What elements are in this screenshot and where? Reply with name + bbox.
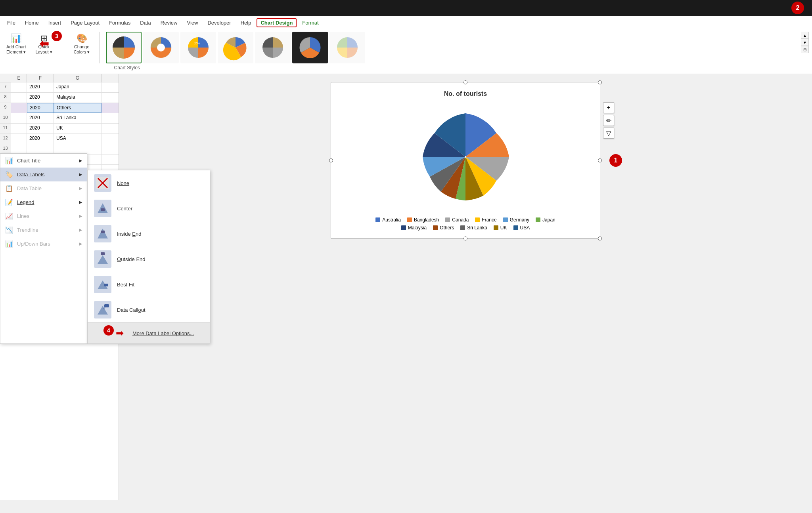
chart-element-icon: 📊 [11, 33, 21, 44]
row-num-header [0, 74, 11, 82]
menu-help[interactable]: Help [237, 18, 255, 27]
data-table-label: Data Table [17, 185, 42, 191]
legend-label-malaysia: Malaysia [408, 225, 427, 231]
trendline-label: Trendline [17, 227, 38, 233]
menu-developer[interactable]: Developer [203, 18, 235, 27]
best-fit-icon [94, 276, 111, 293]
scroll-expand-btn[interactable]: ⊟ [801, 46, 809, 53]
resize-handle-top-right[interactable] [598, 80, 602, 84]
legend-dot-canada [445, 217, 450, 222]
submenu-more-options[interactable]: 4 ➡ More Data Label Options... [88, 322, 210, 343]
resize-handle-bottom-right[interactable] [598, 236, 602, 240]
legend-item-srilanka: Sri Lanka [460, 225, 487, 231]
menu-item-trendline[interactable]: 📉 Trendline ▶ [0, 223, 87, 237]
chart-style-4[interactable] [218, 32, 253, 63]
resize-handle-left[interactable] [329, 158, 333, 162]
legend-item-germany: Germany [503, 217, 529, 223]
menu-formulas[interactable]: Formulas [105, 18, 134, 27]
add-chart-element-label: Add ChartElement ▾ [6, 44, 26, 55]
legend-label-germany: Germany [510, 217, 529, 223]
data-labels-label: Data Labels [17, 172, 44, 177]
menu-item-legend[interactable]: 📝 Legend ▶ [0, 195, 87, 209]
menu-home[interactable]: Home [21, 18, 43, 27]
resize-handle-bottom[interactable] [463, 236, 467, 240]
menu-view[interactable]: View [183, 18, 202, 27]
step-3-arrow: ➡ [40, 37, 49, 50]
trendline-icon: 📉 [5, 226, 13, 234]
submenu-center[interactable]: Center [88, 196, 210, 221]
chart-style-5[interactable] [255, 32, 291, 63]
legend-item-france: France [475, 217, 496, 223]
scroll-up-btn[interactable]: ▲ [801, 32, 809, 39]
legend-icon: 📝 [5, 198, 13, 206]
top-bar: 2 [0, 0, 812, 16]
legend-label-others: Others [440, 225, 454, 231]
data-labels-arrow: ▶ [79, 172, 82, 177]
legend-dot-usa [513, 225, 518, 230]
resize-handle-right[interactable] [598, 158, 602, 162]
updown-bars-arrow: ▶ [79, 241, 82, 246]
scroll-down-btn[interactable]: ▼ [801, 39, 809, 46]
menu-page-layout[interactable]: Page Layout [67, 18, 103, 27]
chart-style-7[interactable] [329, 32, 365, 63]
ribbon: 📊 Add ChartElement ▾ ⊞ QuickLayout ▾ 3 ➡… [0, 30, 812, 74]
menu-chart-design[interactable]: Chart Design [257, 18, 297, 27]
legend-label-usa: USA [520, 225, 530, 231]
chart-style-3[interactable]: 25% [180, 32, 216, 63]
submenu-inside-end[interactable]: Inside End [88, 221, 210, 246]
legend-dot-srilanka [460, 225, 465, 230]
legend-label-japan: Japan [542, 217, 555, 223]
legend-item-malaysia: Malaysia [401, 225, 427, 231]
menu-file[interactable]: File [3, 18, 19, 27]
table-row: 11 2020 UK [0, 124, 119, 134]
chart-style-btn[interactable]: ✏ [603, 115, 614, 126]
menu-item-lines[interactable]: 📈 Lines ▶ [0, 209, 87, 223]
outside-end-label: Outside End [117, 256, 146, 262]
outside-end-icon [94, 250, 111, 268]
legend-label: Legend [17, 199, 34, 205]
menu-insert[interactable]: Insert [44, 18, 65, 27]
best-fit-label: Best Fit [117, 282, 134, 288]
data-callout-label: Data Callout [117, 307, 146, 313]
add-chart-element-btn[interactable]: 📊 Add ChartElement ▾ [3, 32, 29, 56]
legend-item-japan: Japan [536, 217, 555, 223]
more-options-label: More Data Label Options... [132, 330, 194, 336]
menu-item-data-table[interactable]: 📋 Data Table ▶ [0, 181, 87, 195]
menu-item-updown-bars[interactable]: 📊 Up/Down Bars ▶ [0, 237, 87, 251]
chart-title-label: Chart Title [17, 158, 40, 164]
menu-item-chart-title[interactable]: 📊 Chart Title ▶ [0, 154, 87, 168]
legend-dot-japan [536, 217, 540, 222]
col-headers: E F G [0, 74, 119, 82]
table-row: 8 2020 Malaysia [0, 93, 119, 103]
svg-rect-10 [101, 252, 105, 255]
legend-dot-others [433, 225, 438, 230]
ribbon-scroll-buttons: ▲ ▼ ⊟ [801, 32, 809, 53]
menu-format[interactable]: Format [298, 18, 322, 27]
step-4-arrow: ➡ [116, 328, 124, 339]
legend-label-srilanka: Sri Lanka [467, 225, 487, 231]
chart-legend: Australia Bangladesh Canada France [370, 217, 561, 231]
submenu-none[interactable]: None [88, 170, 210, 196]
chart-style-1[interactable] [106, 32, 142, 63]
legend-dot-bangladesh [407, 217, 412, 222]
chart-filter-btn[interactable]: ▽ [603, 128, 614, 139]
legend-dot-australia [375, 217, 380, 222]
menu-data[interactable]: Data [136, 18, 155, 27]
menu-item-data-labels[interactable]: 🏷️ Data Labels ▶ [0, 168, 87, 181]
legend-label-canada: Canada [452, 217, 469, 223]
svg-point-14 [465, 156, 466, 158]
add-element-btn[interactable]: + [603, 102, 614, 113]
submenu-data-callout[interactable]: Data Callout [88, 297, 210, 322]
menu-review[interactable]: Review [157, 18, 182, 27]
submenu-best-fit[interactable]: Best Fit [88, 272, 210, 297]
legend-item-bangladesh: Bangladesh [407, 217, 439, 223]
change-colors-btn[interactable]: 🎨 ChangeColors ▾ [71, 32, 93, 56]
submenu-outside-end[interactable]: Outside End [88, 246, 210, 272]
lines-icon: 📈 [5, 212, 13, 220]
resize-handle-top[interactable] [463, 80, 467, 84]
chart-style-6[interactable] [292, 32, 328, 63]
inside-end-label: Inside End [117, 231, 141, 237]
table-row: 9 2020 Others [0, 103, 119, 113]
step-4-badge: 4 [103, 325, 114, 336]
chart-style-2[interactable] [143, 32, 179, 63]
